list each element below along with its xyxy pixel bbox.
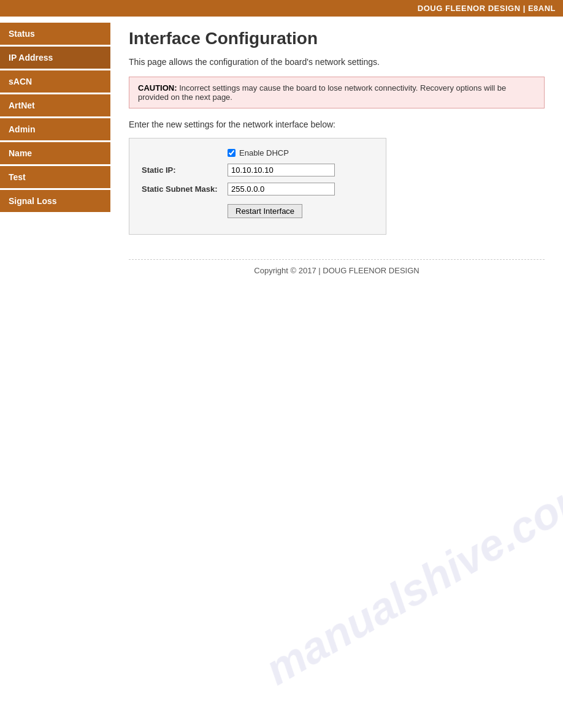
page-title: Interface Configuration (129, 29, 545, 48)
caution-box: CAUTION: Incorrect settings may cause th… (129, 77, 545, 108)
static-ip-input[interactable] (228, 164, 335, 176)
restart-interface-button[interactable]: Restart Interface (228, 204, 302, 218)
dhcp-checkbox-label: Enable DHCP (239, 148, 289, 157)
restart-row: Restart Interface (142, 202, 373, 218)
main-content: Interface Configuration This page allows… (110, 17, 563, 568)
sidebar-item-status[interactable]: Status (0, 23, 110, 45)
dhcp-checkbox[interactable] (228, 149, 236, 157)
static-subnet-input[interactable] (228, 183, 335, 195)
sidebar-item-ip-address[interactable]: IP Address (0, 47, 110, 69)
dhcp-row: Enable DHCP (142, 148, 373, 157)
sidebar-item-signal-loss[interactable]: Signal Loss (0, 190, 110, 212)
settings-instruction: Enter the new settings for the network i… (129, 119, 545, 129)
caution-bold-label: CAUTION: (138, 83, 177, 93)
description-text: This page allows the configuration of th… (129, 57, 545, 67)
top-bar: DOUG FLEENOR DESIGN | E8ANL (0, 0, 563, 17)
config-form: Enable DHCP Static IP: Static Subnet Mas… (129, 138, 386, 235)
caution-text: Incorrect settings may cause the board t… (138, 83, 506, 102)
sidebar-item-name[interactable]: Name (0, 142, 110, 164)
footer-text: Copyright © 2017 | DOUG FLEENOR DESIGN (254, 266, 419, 275)
sidebar: Status IP Address sACN ArtNet Admin Name… (0, 17, 110, 568)
static-subnet-label: Static Subnet Mask: (142, 184, 228, 194)
sidebar-item-admin[interactable]: Admin (0, 118, 110, 140)
static-ip-label: Static IP: (142, 165, 228, 175)
sidebar-item-artnet[interactable]: ArtNet (0, 94, 110, 116)
footer: Copyright © 2017 | DOUG FLEENOR DESIGN (129, 259, 545, 275)
layout: Status IP Address sACN ArtNet Admin Name… (0, 17, 563, 568)
sidebar-item-sacn[interactable]: sACN (0, 70, 110, 93)
static-ip-row: Static IP: (142, 164, 373, 176)
static-subnet-row: Static Subnet Mask: (142, 183, 373, 195)
sidebar-item-test[interactable]: Test (0, 166, 110, 188)
